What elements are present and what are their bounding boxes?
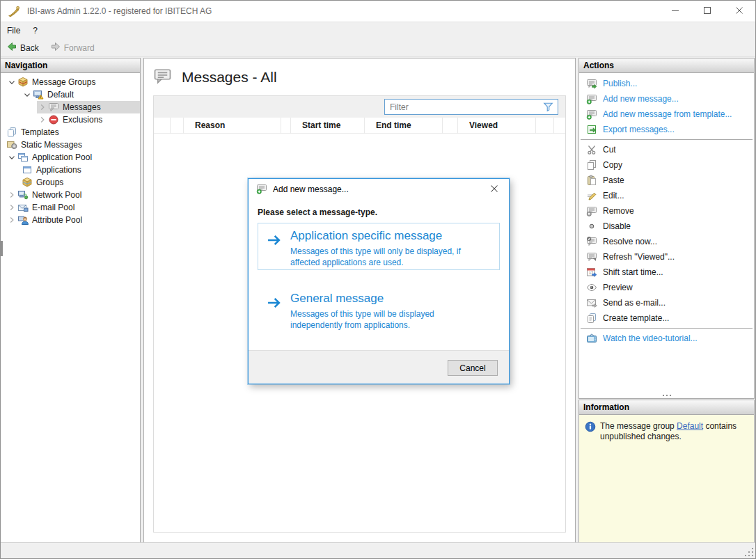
option-description: Messages of this type will be displayed … bbox=[290, 308, 488, 331]
tree-item-label: Exclusions bbox=[63, 115, 102, 125]
window-title: IBI-aws Admin 1.22.0 - registered for IB… bbox=[27, 6, 212, 16]
add-new-message-dialog: Add new message... Please select a messa… bbox=[248, 178, 510, 384]
action-label: Add new message... bbox=[603, 94, 679, 104]
action-disable[interactable]: Disable bbox=[579, 219, 754, 234]
navigation-tree: Message GroupsDefaultMessagesExclusionsT… bbox=[1, 73, 140, 226]
action-remove[interactable]: Remove bbox=[579, 203, 754, 219]
main-header: Messages - All bbox=[144, 58, 575, 95]
remove-icon bbox=[586, 205, 597, 216]
chevron-collapsed-icon[interactable] bbox=[6, 202, 17, 213]
information-text: The message group Default contains unpub… bbox=[600, 421, 748, 442]
tree-item-e-mail-pool[interactable]: E-mail Pool bbox=[1, 201, 140, 214]
tree-item-label: Templates bbox=[21, 127, 59, 137]
preview-icon bbox=[586, 282, 597, 293]
information-body: The message group Default contains unpub… bbox=[579, 415, 754, 442]
option-general-message[interactable]: General messageMessages of this type wil… bbox=[258, 285, 500, 333]
minimize-button[interactable] bbox=[659, 1, 691, 22]
status-bar bbox=[1, 542, 755, 558]
chevron-collapsed-icon[interactable] bbox=[37, 102, 48, 113]
tree-item-applications[interactable]: Applications bbox=[1, 164, 140, 176]
action-watch-the-video-tutorial[interactable]: Watch the video-tutorial... bbox=[579, 331, 754, 346]
column-header-end-time[interactable]: End time bbox=[365, 118, 443, 134]
action-export-messages[interactable]: Export messages... bbox=[579, 122, 754, 137]
publish-icon bbox=[586, 78, 597, 89]
option-title: General message bbox=[290, 292, 384, 306]
arrow-right-icon bbox=[267, 233, 282, 250]
nav-splitter-handle[interactable] bbox=[1, 241, 3, 256]
page-title: Messages - All bbox=[182, 69, 277, 86]
tree-item-application-pool[interactable]: Application Pool bbox=[1, 151, 140, 164]
chevron-collapsed-icon[interactable] bbox=[37, 114, 48, 125]
actions-panel: Actions Publish...Add new message...Add … bbox=[578, 58, 755, 399]
forward-label: Forward bbox=[64, 43, 95, 53]
paste-icon bbox=[586, 175, 597, 186]
cancel-button[interactable]: Cancel bbox=[448, 360, 498, 376]
action-shift-start-time[interactable]: 17Shift start time... bbox=[579, 265, 754, 280]
tree-item-groups[interactable]: Groups bbox=[1, 176, 140, 189]
tree-item-default[interactable]: Default bbox=[1, 88, 140, 101]
action-label: Copy bbox=[603, 160, 622, 170]
action-label: Send as e-mail... bbox=[603, 298, 666, 308]
chevron-collapsed-icon[interactable] bbox=[6, 189, 17, 200]
actions-separator bbox=[581, 328, 753, 329]
back-arrow-icon bbox=[6, 41, 17, 54]
tree-item-label: Message Groups bbox=[32, 77, 95, 87]
action-add-new-message[interactable]: Add new message... bbox=[579, 91, 754, 107]
action-add-new-message-from-template[interactable]: Add new message from template... bbox=[579, 107, 754, 122]
actions-separator bbox=[581, 139, 753, 140]
tree-item-templates[interactable]: Templates bbox=[1, 126, 140, 139]
message-group-icon bbox=[33, 89, 44, 100]
arrow-right-icon bbox=[267, 295, 282, 313]
tree-item-static-messages[interactable]: Static Messages bbox=[1, 139, 140, 151]
panel-splitter-handle[interactable] bbox=[579, 393, 754, 397]
default-group-link[interactable]: Default bbox=[677, 421, 703, 431]
action-label: Watch the video-tutorial... bbox=[603, 333, 698, 343]
chevron-expanded-icon[interactable] bbox=[6, 152, 17, 163]
action-label: Edit... bbox=[603, 191, 624, 200]
dialog-close-button[interactable] bbox=[485, 181, 503, 198]
chevron-expanded-icon[interactable] bbox=[22, 89, 33, 100]
action-refresh-viewed[interactable]: Refresh "Viewed"... bbox=[579, 249, 754, 265]
close-button[interactable] bbox=[723, 1, 755, 22]
action-copy[interactable]: Copy bbox=[579, 157, 754, 173]
tree-item-messages[interactable]: Messages bbox=[1, 101, 140, 113]
menu-file[interactable]: File bbox=[1, 22, 26, 39]
tree-item-attribute-pool[interactable]: Attribute Pool bbox=[1, 214, 140, 226]
tree-item-message-groups[interactable]: Message Groups bbox=[1, 76, 140, 88]
tree-item-exclusions[interactable]: Exclusions bbox=[1, 113, 140, 126]
messages-icon bbox=[48, 102, 59, 113]
column-header-start-time[interactable]: Start time bbox=[291, 118, 365, 134]
maximize-button[interactable] bbox=[691, 1, 723, 22]
chevron-expanded-icon[interactable] bbox=[6, 77, 17, 88]
action-resolve-now[interactable]: Resolve now... bbox=[579, 234, 754, 249]
action-send-as-e-mail[interactable]: Send as e-mail... bbox=[579, 295, 754, 310]
option-application-specific-message[interactable]: Application specific messageMessages of … bbox=[258, 223, 500, 270]
action-preview[interactable]: Preview bbox=[579, 280, 754, 295]
filter-funnel-icon[interactable] bbox=[542, 101, 554, 113]
tree-item-label: Applications bbox=[36, 165, 81, 175]
menu-bar: File ? bbox=[1, 22, 755, 39]
menu-help[interactable]: ? bbox=[26, 22, 44, 39]
dialog-footer: Cancel bbox=[249, 350, 509, 384]
action-edit[interactable]: Edit... bbox=[579, 188, 754, 203]
back-button[interactable]: Back bbox=[1, 40, 45, 56]
shift-time-icon: 17 bbox=[586, 267, 597, 278]
edit-icon bbox=[586, 190, 597, 201]
action-publish[interactable]: Publish... bbox=[579, 76, 754, 91]
chevron-collapsed-icon[interactable] bbox=[6, 214, 17, 226]
minimize-icon bbox=[670, 5, 681, 18]
column-header-viewed[interactable]: Viewed bbox=[458, 118, 536, 134]
tree-item-network-pool[interactable]: Network Pool bbox=[1, 189, 140, 201]
groups-icon bbox=[22, 177, 33, 188]
refresh-viewed-icon bbox=[586, 251, 597, 262]
filter-input[interactable] bbox=[385, 102, 542, 112]
resize-grip[interactable] bbox=[744, 547, 753, 556]
action-create-template[interactable]: Create template... bbox=[579, 310, 754, 326]
action-paste[interactable]: Paste bbox=[579, 173, 754, 188]
action-label: Preview bbox=[603, 283, 633, 292]
add-message-icon bbox=[586, 109, 597, 120]
column-header-reason[interactable]: Reason bbox=[184, 118, 281, 134]
forward-button[interactable]: Forward bbox=[45, 40, 100, 56]
action-cut[interactable]: Cut bbox=[579, 142, 754, 157]
exclusions-icon bbox=[48, 114, 59, 125]
